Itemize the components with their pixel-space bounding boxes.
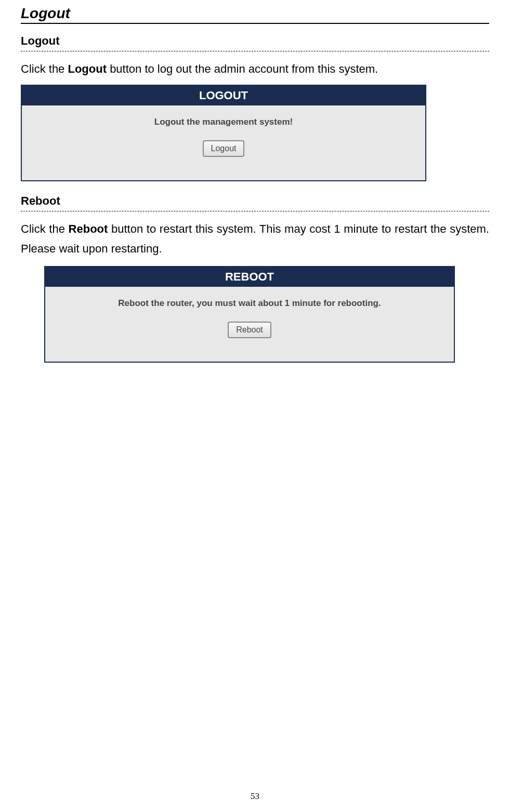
logout-panel: LOGOUT Logout the management system! Log…	[21, 85, 426, 181]
reboot-desc-bold: Reboot	[69, 222, 108, 235]
logout-panel-title: LOGOUT	[22, 86, 425, 105]
reboot-panel-title: REBOOT	[45, 267, 454, 287]
logout-description: Click the Logout button to log out the a…	[21, 59, 489, 78]
reboot-panel-body: Reboot the router, you must wait about 1…	[45, 287, 454, 362]
page-number: 53	[251, 791, 259, 802]
logout-desc-prefix: Click the	[21, 62, 68, 75]
page-title: Logout	[21, 5, 489, 24]
reboot-section-header: Reboot	[21, 194, 489, 211]
logout-panel-message: Logout the management system!	[22, 117, 425, 127]
reboot-desc-prefix: Click the	[21, 222, 69, 235]
reboot-panel: REBOOT Reboot the router, you must wait …	[44, 266, 455, 363]
logout-desc-bold: Logout	[68, 62, 107, 75]
logout-section-header: Logout	[21, 34, 489, 51]
reboot-description: Click the Reboot button to restart this …	[21, 219, 489, 258]
logout-desc-suffix: button to log out the admin account from…	[107, 62, 378, 75]
reboot-panel-message: Reboot the router, you must wait about 1…	[45, 298, 454, 309]
logout-button[interactable]: Logout	[203, 140, 245, 157]
reboot-button[interactable]: Reboot	[228, 322, 271, 338]
logout-panel-body: Logout the management system! Logout	[22, 105, 425, 180]
